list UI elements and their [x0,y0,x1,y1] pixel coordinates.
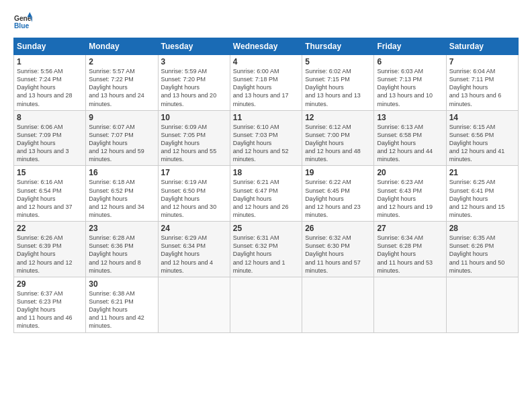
day-number: 13 [377,113,443,122]
calendar-cell: 30Sunrise: 6:38 AMSunset: 6:21 PMDayligh… [86,277,158,332]
calendar-cell: 20Sunrise: 6:23 AMSunset: 6:43 PMDayligh… [374,166,446,222]
calendar-cell [230,277,302,332]
day-info: Sunrise: 6:37 AMSunset: 6:23 PMDaylight … [17,289,83,330]
calendar-cell: 9Sunrise: 6:07 AMSunset: 7:07 PMDaylight… [86,110,158,166]
day-number: 18 [233,168,299,177]
calendar-cell: 11Sunrise: 6:10 AMSunset: 7:03 PMDayligh… [230,110,302,166]
calendar-week-row: 1Sunrise: 5:56 AMSunset: 7:24 PMDaylight… [14,55,519,111]
calendar-week-row: 29Sunrise: 6:37 AMSunset: 6:23 PMDayligh… [14,277,519,332]
day-info: Sunrise: 6:31 AMSunset: 6:32 PMDaylight … [233,234,299,275]
day-info: Sunrise: 6:28 AMSunset: 6:36 PMDaylight … [89,234,154,275]
day-info: Sunrise: 5:59 AMSunset: 7:20 PMDaylight … [161,67,227,108]
day-info: Sunrise: 6:16 AMSunset: 6:54 PMDaylight … [17,178,83,219]
calendar-cell: 21Sunrise: 6:25 AMSunset: 6:41 PMDayligh… [446,166,518,222]
calendar-cell: 26Sunrise: 6:32 AMSunset: 6:30 PMDayligh… [302,222,374,277]
day-number: 27 [377,224,443,233]
calendar-cell: 15Sunrise: 6:16 AMSunset: 6:54 PMDayligh… [14,166,86,222]
day-number: 11 [233,113,299,122]
day-info: Sunrise: 6:35 AMSunset: 6:26 PMDaylight … [449,234,515,275]
day-info: Sunrise: 6:03 AMSunset: 7:13 PMDaylight … [377,67,443,108]
day-number: 8 [17,113,83,122]
logo-icon: General Blue [13,12,32,31]
day-number: 22 [17,224,83,233]
calendar-cell: 4Sunrise: 6:00 AMSunset: 7:18 PMDaylight… [230,55,302,111]
day-info: Sunrise: 5:56 AMSunset: 7:24 PMDaylight … [17,67,83,108]
day-number: 12 [305,113,371,122]
calendar-cell: 12Sunrise: 6:12 AMSunset: 7:00 PMDayligh… [302,110,374,166]
calendar-header-wednesday: Wednesday [230,38,302,55]
calendar-cell: 29Sunrise: 6:37 AMSunset: 6:23 PMDayligh… [14,277,86,332]
day-info: Sunrise: 6:29 AMSunset: 6:34 PMDaylight … [161,234,227,275]
day-info: Sunrise: 6:22 AMSunset: 6:45 PMDaylight … [305,178,371,219]
day-number: 25 [233,224,299,233]
day-number: 28 [449,224,515,233]
calendar-header-thursday: Thursday [302,38,374,55]
day-info: Sunrise: 6:18 AMSunset: 6:52 PMDaylight … [89,178,154,219]
calendar-cell [302,277,374,332]
day-number: 4 [233,57,299,66]
calendar-cell: 24Sunrise: 6:29 AMSunset: 6:34 PMDayligh… [158,222,230,277]
day-number: 5 [305,57,371,66]
calendar-cell: 19Sunrise: 6:22 AMSunset: 6:45 PMDayligh… [302,166,374,222]
day-info: Sunrise: 6:10 AMSunset: 7:03 PMDaylight … [233,123,299,164]
calendar-cell: 6Sunrise: 6:03 AMSunset: 7:13 PMDaylight… [374,55,446,111]
day-number: 7 [449,57,515,66]
day-number: 24 [161,224,227,233]
day-number: 17 [161,168,227,177]
calendar-cell: 25Sunrise: 6:31 AMSunset: 6:32 PMDayligh… [230,222,302,277]
day-number: 14 [449,113,515,122]
page: General Blue SundayMondayTuesdayWednesda… [0,0,532,411]
calendar-cell: 3Sunrise: 5:59 AMSunset: 7:20 PMDaylight… [158,55,230,111]
header: General Blue [13,12,519,31]
day-number: 2 [89,57,154,66]
calendar-cell: 14Sunrise: 6:15 AMSunset: 6:56 PMDayligh… [446,110,518,166]
day-number: 20 [377,168,443,177]
calendar-cell: 5Sunrise: 6:02 AMSunset: 7:15 PMDaylight… [302,55,374,111]
day-info: Sunrise: 6:32 AMSunset: 6:30 PMDaylight … [305,234,371,275]
day-info: Sunrise: 6:09 AMSunset: 7:05 PMDaylight … [161,123,227,164]
svg-text:Blue: Blue [14,22,30,30]
day-info: Sunrise: 6:06 AMSunset: 7:09 PMDaylight … [17,123,83,164]
calendar-cell: 18Sunrise: 6:21 AMSunset: 6:47 PMDayligh… [230,166,302,222]
logo: General Blue [13,12,32,31]
day-number: 29 [17,279,83,289]
calendar-cell: 1Sunrise: 5:56 AMSunset: 7:24 PMDaylight… [14,55,86,111]
day-info: Sunrise: 6:02 AMSunset: 7:15 PMDaylight … [305,67,371,108]
calendar-cell: 23Sunrise: 6:28 AMSunset: 6:36 PMDayligh… [86,222,158,277]
calendar-header-friday: Friday [374,38,446,55]
calendar-cell: 27Sunrise: 6:34 AMSunset: 6:28 PMDayligh… [374,222,446,277]
calendar-cell: 16Sunrise: 6:18 AMSunset: 6:52 PMDayligh… [86,166,158,222]
day-info: Sunrise: 5:57 AMSunset: 7:22 PMDaylight … [89,67,154,108]
day-info: Sunrise: 6:13 AMSunset: 6:58 PMDaylight … [377,123,443,164]
day-number: 30 [89,279,154,289]
calendar-cell: 13Sunrise: 6:13 AMSunset: 6:58 PMDayligh… [374,110,446,166]
day-info: Sunrise: 6:07 AMSunset: 7:07 PMDaylight … [89,123,154,164]
day-info: Sunrise: 6:23 AMSunset: 6:43 PMDaylight … [377,178,443,219]
calendar-cell: 28Sunrise: 6:35 AMSunset: 6:26 PMDayligh… [446,222,518,277]
day-number: 23 [89,224,154,233]
calendar-week-row: 8Sunrise: 6:06 AMSunset: 7:09 PMDaylight… [14,110,519,166]
calendar-header-tuesday: Tuesday [158,38,230,55]
day-info: Sunrise: 6:00 AMSunset: 7:18 PMDaylight … [233,67,299,108]
calendar-cell: 2Sunrise: 5:57 AMSunset: 7:22 PMDaylight… [86,55,158,111]
day-info: Sunrise: 6:26 AMSunset: 6:39 PMDaylight … [17,234,83,275]
calendar-cell [374,277,446,332]
day-number: 6 [377,57,443,66]
calendar-header-row: SundayMondayTuesdayWednesdayThursdayFrid… [14,38,519,55]
day-info: Sunrise: 6:38 AMSunset: 6:21 PMDaylight … [89,289,154,330]
day-number: 19 [305,168,371,177]
day-info: Sunrise: 6:12 AMSunset: 7:00 PMDaylight … [305,123,371,164]
calendar-cell: 7Sunrise: 6:04 AMSunset: 7:11 PMDaylight… [446,55,518,111]
calendar-cell: 22Sunrise: 6:26 AMSunset: 6:39 PMDayligh… [14,222,86,277]
calendar-header-sunday: Sunday [14,38,86,55]
day-number: 16 [89,168,154,177]
calendar-cell: 8Sunrise: 6:06 AMSunset: 7:09 PMDaylight… [14,110,86,166]
day-number: 10 [161,113,227,122]
day-info: Sunrise: 6:25 AMSunset: 6:41 PMDaylight … [449,178,515,219]
day-number: 21 [449,168,515,177]
day-info: Sunrise: 6:04 AMSunset: 7:11 PMDaylight … [449,67,515,108]
day-info: Sunrise: 6:21 AMSunset: 6:47 PMDaylight … [233,178,299,219]
calendar-cell [158,277,230,332]
calendar-cell [446,277,518,332]
day-info: Sunrise: 6:15 AMSunset: 6:56 PMDaylight … [449,123,515,164]
